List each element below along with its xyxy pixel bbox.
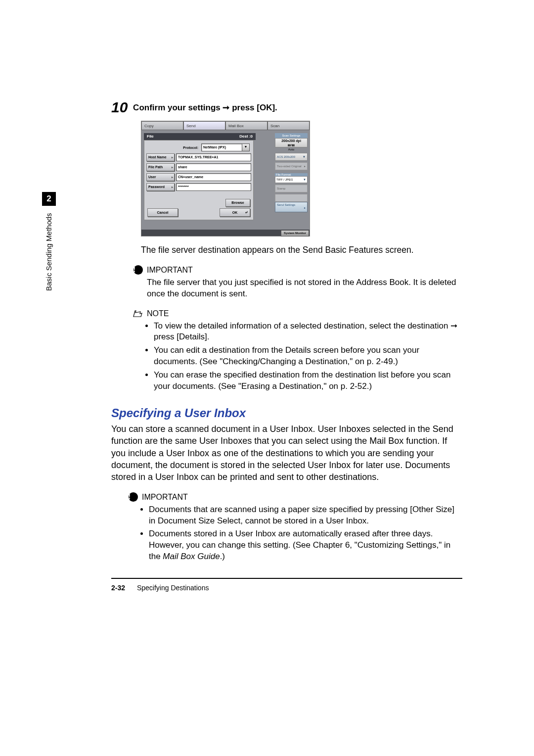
important-item: Documents stored in a User Inbox are aut… [149, 528, 462, 563]
disabled-option [275, 194, 308, 202]
file-bar-right: Dest :0 [239, 133, 256, 140]
host-name-field[interactable]: TOPMAX_SYS.TREE=A1 [176, 153, 251, 161]
important-callout-2: ! IMPORTANT Documents that are scanned u… [128, 492, 462, 563]
step-result-text: The file server destination appears on t… [141, 244, 462, 256]
file-path-button[interactable]: File Path [146, 163, 175, 171]
section-paragraph: You can store a scanned document in a Us… [111, 423, 462, 483]
system-monitor-button[interactable]: System Monitor [281, 230, 309, 236]
section-heading: Specifying a User Inbox [111, 406, 462, 420]
browse-button[interactable]: Browse [225, 199, 250, 207]
important-icon: ! [134, 265, 143, 275]
resolution-value[interactable]: 200x200 dpi ▮▮/▮▮ [275, 138, 308, 147]
page-content: 10 Confirm your settings ➞ press [OK]. C… [111, 99, 462, 565]
page-number: 2-32 [111, 584, 125, 592]
status-bar: System Monitor [141, 230, 310, 236]
step-number: 10 [111, 99, 128, 115]
password-button[interactable]: Password [146, 183, 175, 191]
user-button[interactable]: User [146, 173, 175, 181]
important-label: IMPORTANT [142, 493, 188, 502]
important-item: Documents that are scanned using a paper… [149, 504, 462, 527]
note-list: To view the detailed information of a se… [147, 321, 462, 393]
chevron-down-icon: ▼ [303, 177, 306, 183]
chapter-number: 2 [42, 192, 56, 206]
password-field[interactable]: ******** [176, 183, 251, 191]
acs-dropdown[interactable]: ACS 200x200▼ [275, 153, 308, 161]
step-text-2: press [OK]. [229, 103, 277, 112]
page-footer: 2-32 Specifying Destinations [111, 578, 462, 592]
important-list: Documents that are scanned using a paper… [142, 504, 462, 563]
tab-send[interactable]: Send [183, 121, 225, 130]
note-item: To view the detailed information of a se… [154, 321, 462, 343]
cancel-button[interactable]: Cancel [147, 208, 178, 217]
important-icon: ! [129, 492, 138, 502]
file-path-field[interactable]: share [176, 163, 251, 171]
ok-button[interactable]: OK [220, 208, 250, 217]
two-sided-button[interactable]: Two-sided Original▸ [275, 162, 308, 170]
file-form: Protocol: NetWare (IPX) ▼ Host Name TOPM… [144, 140, 254, 220]
host-name-button[interactable]: Host Name [146, 153, 175, 161]
important-label: IMPORTANT [147, 266, 193, 275]
file-title-bar: File Dest :0 [144, 133, 256, 140]
tab-scan[interactable]: Scan [267, 121, 310, 130]
arrow-icon: ➞ [222, 103, 229, 112]
top-tabs: Copy Send Mail Box Scan [141, 121, 310, 130]
auto-label: Auto [275, 147, 308, 151]
step-text-1: Confirm your settings [133, 103, 222, 112]
note-item: You can erase the specified destination … [154, 370, 462, 392]
footer-title: Specifying Destinations [137, 584, 209, 592]
chevron-right-icon: ▸ [304, 206, 306, 210]
file-bar-left: File [147, 133, 154, 140]
scan-settings-panel: Scan Settings 200x200 dpi ▮▮/▮▮ Auto ACS… [275, 133, 308, 222]
note-callout: NOTE To view the detailed information of… [133, 309, 462, 393]
important-text: The file server that you just specified … [147, 277, 462, 300]
protocol-field[interactable]: NetWare (IPX) [201, 143, 242, 151]
scan-settings-label: Scan Settings [275, 133, 308, 138]
note-item: You can edit a destination from the Deta… [154, 345, 462, 368]
protocol-label: Protocol: [175, 146, 200, 149]
tab-mailbox[interactable]: Mail Box [225, 121, 267, 130]
step-heading: 10 Confirm your settings ➞ press [OK]. [111, 99, 462, 116]
important-callout-1: ! IMPORTANT The file server that you jus… [133, 265, 462, 300]
chevron-down-icon: ▼ [303, 153, 306, 160]
chapter-label: Basic Sending Methods [44, 213, 53, 291]
sidebar: 2 Basic Sending Methods [42, 192, 57, 301]
stamp-button[interactable]: Stamp [275, 185, 308, 192]
send-settings-button[interactable]: Send Settings▸ [275, 202, 308, 212]
file-format-dropdown[interactable]: TIFF / JPEG▼ [275, 176, 308, 183]
note-icon [133, 309, 143, 319]
user-field[interactable]: CN=user_name [176, 173, 251, 181]
protocol-dropdown-icon[interactable]: ▼ [242, 143, 250, 151]
form-bottom-row: Cancel OK [147, 208, 250, 217]
note-label: NOTE [147, 309, 169, 318]
tab-copy[interactable]: Copy [141, 121, 183, 130]
device-screenshot: Copy Send Mail Box Scan File Dest :0 Pro… [141, 121, 310, 236]
